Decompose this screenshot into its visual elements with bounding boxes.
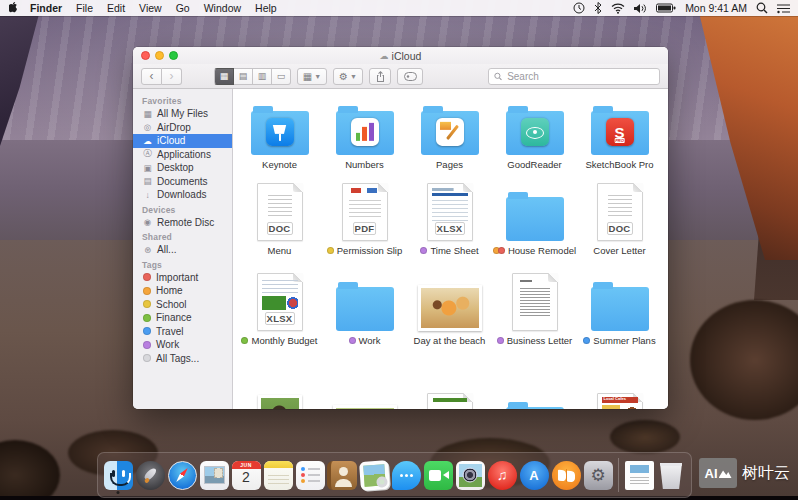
minimize-button[interactable] bbox=[155, 51, 164, 60]
file-summer-plans[interactable]: Summer Plans bbox=[577, 257, 662, 347]
file-work[interactable]: Work bbox=[322, 257, 407, 347]
sidebar-item-finance[interactable]: Finance bbox=[133, 311, 232, 325]
sidebar-item-home[interactable]: Home bbox=[133, 284, 232, 298]
sidebar-item-airdrop[interactable]: ◎AirDrop bbox=[133, 121, 232, 135]
tag-red-icon bbox=[143, 273, 151, 281]
menu-go[interactable]: Go bbox=[176, 2, 190, 14]
file-menu[interactable]: DOCMenu bbox=[237, 171, 322, 257]
spotlight-icon[interactable] bbox=[756, 2, 768, 14]
sidebar-item-label: Work bbox=[156, 339, 179, 350]
sidebar-item-school[interactable]: School bbox=[133, 298, 232, 312]
system-preferences-icon[interactable]: ⚙ bbox=[583, 456, 613, 494]
itunes-icon[interactable]: ♫ bbox=[487, 456, 517, 494]
sidebar-item-applications[interactable]: ⒶApplications bbox=[133, 148, 232, 162]
file-folder[interactable] bbox=[492, 347, 577, 409]
file-time-sheet[interactable]: XLSXTime Sheet bbox=[407, 171, 492, 257]
menu-view[interactable]: View bbox=[139, 2, 162, 14]
folder-icon bbox=[506, 197, 564, 241]
file-label: Pages bbox=[436, 158, 463, 171]
file-goodreader[interactable]: GoodReader bbox=[492, 93, 577, 171]
notification-center-icon[interactable] bbox=[777, 3, 790, 14]
arrange-menu-button[interactable]: ▦▼ bbox=[297, 68, 327, 85]
sidebar-item-label: AirDrop bbox=[157, 122, 191, 133]
app-store-icon[interactable]: A bbox=[519, 456, 549, 494]
preview-icon[interactable] bbox=[359, 456, 389, 494]
sidebar-item-desktop[interactable]: ▣Desktop bbox=[133, 161, 232, 175]
sidebar-item-documents[interactable]: ▤Documents bbox=[133, 175, 232, 189]
document-stack-icon[interactable] bbox=[624, 456, 654, 494]
bluetooth-icon[interactable] bbox=[594, 2, 602, 14]
mail-icon[interactable] bbox=[199, 456, 229, 494]
calendar-icon: JUN2 bbox=[232, 461, 261, 490]
sidebar-item-icloud[interactable]: ☁iCloud bbox=[133, 134, 232, 148]
file-extension-label: DOC bbox=[266, 222, 292, 235]
calendar-icon[interactable]: JUN2 bbox=[231, 456, 261, 494]
search-input[interactable] bbox=[505, 70, 654, 83]
file-v-green[interactable] bbox=[407, 347, 492, 409]
file-name: Permission Slip bbox=[337, 245, 402, 256]
iphoto-icon[interactable] bbox=[455, 456, 485, 494]
reminders-icon[interactable] bbox=[295, 456, 325, 494]
menu-help[interactable]: Help bbox=[255, 2, 277, 14]
sidebar-item-remote-disc[interactable]: ◉Remote Disc bbox=[133, 216, 232, 230]
volume-icon[interactable] bbox=[634, 3, 647, 14]
file-label: Summer Plans bbox=[583, 334, 655, 347]
menu-window[interactable]: Window bbox=[204, 2, 241, 14]
file-label: Day at the beach bbox=[414, 334, 486, 347]
zoom-button[interactable] bbox=[169, 51, 178, 60]
finder-icon[interactable] bbox=[103, 456, 133, 494]
messages-icon[interactable] bbox=[391, 456, 421, 494]
sidebar-item-all-my-files[interactable]: ▦All My Files bbox=[133, 107, 232, 121]
sidebar-item-all-tags[interactable]: All Tags... bbox=[133, 352, 232, 366]
list-view-button[interactable]: ▤ bbox=[234, 68, 253, 85]
file-house-remodel[interactable]: House Remodel bbox=[492, 171, 577, 257]
search-field[interactable] bbox=[488, 68, 660, 85]
sidebar-item-downloads[interactable]: ↓Downloads bbox=[133, 188, 232, 202]
column-view-button[interactable]: ▥ bbox=[253, 68, 272, 85]
launchpad-icon[interactable] bbox=[135, 456, 165, 494]
facetime-icon[interactable] bbox=[423, 456, 453, 494]
window-titlebar[interactable]: ☁ iCloud bbox=[133, 47, 668, 64]
file-v-cafes[interactable]: Local Cafes bbox=[577, 347, 662, 409]
back-button[interactable]: ‹ bbox=[141, 68, 162, 85]
file-permission-slip[interactable]: PDFPermission Slip bbox=[322, 171, 407, 257]
file-day-at-the-beach[interactable]: Day at the beach bbox=[407, 257, 492, 347]
file-numbers[interactable]: Numbers bbox=[322, 93, 407, 171]
apple-menu-icon[interactable] bbox=[9, 2, 20, 14]
sidebar-item-important[interactable]: Important bbox=[133, 271, 232, 285]
forward-button[interactable]: › bbox=[162, 68, 182, 85]
menu-edit[interactable]: Edit bbox=[107, 2, 125, 14]
file-pages[interactable]: Pages bbox=[407, 93, 492, 171]
sidebar-item-work[interactable]: Work bbox=[133, 338, 232, 352]
file-photo-girl[interactable] bbox=[322, 347, 407, 409]
trash-icon[interactable] bbox=[656, 456, 686, 494]
file-photo-dog[interactable] bbox=[237, 347, 322, 409]
wifi-icon[interactable] bbox=[611, 3, 625, 14]
file-keynote[interactable]: Keynote bbox=[237, 93, 322, 171]
coverflow-view-button[interactable]: ▭ bbox=[272, 68, 291, 85]
contacts-icon[interactable] bbox=[327, 456, 357, 494]
menu-finder[interactable]: Finder bbox=[30, 2, 62, 14]
menu-bar-clock[interactable]: Mon 9:41 AM bbox=[685, 2, 747, 14]
sidebar-item-all[interactable]: ⊛All... bbox=[133, 243, 232, 257]
file-sketchbook-pro[interactable]: SPROSketchBook Pro bbox=[577, 93, 662, 171]
file-cover-letter[interactable]: DOCCover Letter bbox=[577, 171, 662, 257]
icon-view-button[interactable]: ▦ bbox=[214, 68, 234, 85]
window-body: Favorites▦All My Files◎AirDrop☁iCloudⒶAp… bbox=[133, 89, 668, 409]
file-name: Time Sheet bbox=[430, 245, 478, 256]
share-button[interactable] bbox=[369, 68, 391, 85]
file-name: Business Letter bbox=[507, 335, 572, 346]
battery-icon[interactable] bbox=[656, 3, 676, 13]
menu-file[interactable]: File bbox=[76, 2, 93, 14]
ibooks-icon[interactable] bbox=[551, 456, 581, 494]
safari-icon[interactable] bbox=[167, 456, 197, 494]
notes-icon[interactable] bbox=[263, 456, 293, 494]
sidebar-item-travel[interactable]: Travel bbox=[133, 325, 232, 339]
action-gear-menu-button[interactable]: ⚙▼ bbox=[333, 68, 363, 85]
messages-icon bbox=[392, 461, 421, 490]
tags-button[interactable] bbox=[397, 68, 423, 85]
file-business-letter[interactable]: Business Letter bbox=[492, 257, 577, 347]
close-button[interactable] bbox=[141, 51, 150, 60]
clock-icon[interactable] bbox=[573, 2, 585, 14]
file-monthly-budget[interactable]: XLSXMonthly Budget bbox=[237, 257, 322, 347]
